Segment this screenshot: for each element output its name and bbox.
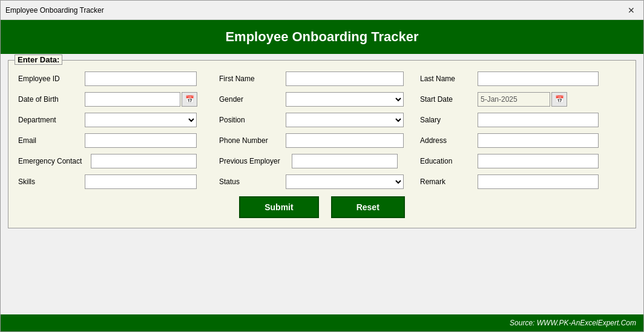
emergency-contact-input[interactable] xyxy=(91,154,197,168)
dob-input[interactable] xyxy=(85,92,180,107)
title-bar: Employee Onboarding Tracker ✕ xyxy=(1,1,643,20)
address-label: Address xyxy=(420,136,478,145)
dob-wrapper: 📅 xyxy=(85,92,197,107)
emergency-contact-label: Emergency Contact xyxy=(18,157,91,165)
salary-label: Salary xyxy=(420,116,478,124)
form-row-3: Department HR IT Finance Marketing Posit… xyxy=(18,113,626,127)
remark-input[interactable] xyxy=(478,174,599,189)
department-label: Department xyxy=(18,116,85,124)
email-label: Email xyxy=(18,136,85,145)
content-area: Enter Data: Employee ID First Name xyxy=(1,54,643,314)
remark-label: Remark xyxy=(420,178,478,186)
skills-input[interactable] xyxy=(85,174,197,189)
phone-input[interactable] xyxy=(286,133,404,148)
skills-label: Skills xyxy=(18,178,85,186)
form-row-4: Email Phone Number Address xyxy=(18,133,626,148)
position-label: Position xyxy=(219,116,286,124)
department-select[interactable]: HR IT Finance Marketing xyxy=(85,113,197,127)
education-input[interactable] xyxy=(478,154,599,168)
employee-id-label: Employee ID xyxy=(18,75,85,83)
employee-id-input[interactable] xyxy=(85,71,197,86)
form-row-5: Emergency Contact Previous Employer Educ… xyxy=(18,154,626,168)
dob-calendar-button[interactable]: 📅 xyxy=(182,92,197,107)
prev-employer-label: Previous Employer xyxy=(219,157,292,165)
start-date-wrapper: 5-Jan-2025 📅 xyxy=(478,92,567,107)
footer-text: Source: WWW.PK-AnExcelExpert.Com xyxy=(510,319,636,327)
submit-button[interactable]: Submit xyxy=(239,196,318,218)
status-select[interactable]: Active Inactive Pending xyxy=(286,174,404,189)
button-row: Submit Reset xyxy=(18,196,626,218)
form-row-2: Date of Birth 📅 Gender Male Female xyxy=(18,92,626,107)
position-select[interactable]: Manager Analyst Developer xyxy=(286,113,404,127)
reset-button[interactable]: Reset xyxy=(331,196,405,218)
start-date-calendar-button[interactable]: 📅 xyxy=(551,92,567,107)
gender-select[interactable]: Male Female Other xyxy=(286,92,404,107)
dob-label: Date of Birth xyxy=(18,95,85,104)
header-bar: Employee Onboarding Tracker xyxy=(1,20,643,54)
salary-input[interactable] xyxy=(478,113,599,127)
start-date-label: Start Date xyxy=(420,95,478,104)
first-name-input[interactable] xyxy=(286,71,404,86)
main-window: Employee Onboarding Tracker ✕ Employee O… xyxy=(0,0,644,332)
start-date-input[interactable]: 5-Jan-2025 xyxy=(478,92,550,107)
close-button[interactable]: ✕ xyxy=(624,3,639,18)
footer-bar: Source: WWW.PK-AnExcelExpert.Com xyxy=(1,314,643,331)
prev-employer-input[interactable] xyxy=(292,154,398,168)
education-label: Education xyxy=(420,157,478,165)
form-legend: Enter Data: xyxy=(15,55,62,65)
form-box: Enter Data: Employee ID First Name xyxy=(8,60,636,228)
phone-label: Phone Number xyxy=(219,136,286,145)
address-input[interactable] xyxy=(478,133,599,148)
gender-label: Gender xyxy=(219,95,286,104)
form-row-6: Skills Status Active Inactive Pending xyxy=(18,174,626,189)
first-name-label: First Name xyxy=(219,75,286,83)
window-title: Employee Onboarding Tracker xyxy=(5,6,104,15)
app-title: Employee Onboarding Tracker xyxy=(225,29,418,45)
status-label: Status xyxy=(219,178,286,186)
form-row-1: Employee ID First Name Last Name xyxy=(18,71,626,86)
last-name-label: Last Name xyxy=(420,75,478,83)
email-input[interactable] xyxy=(85,133,197,148)
last-name-input[interactable] xyxy=(478,71,599,86)
